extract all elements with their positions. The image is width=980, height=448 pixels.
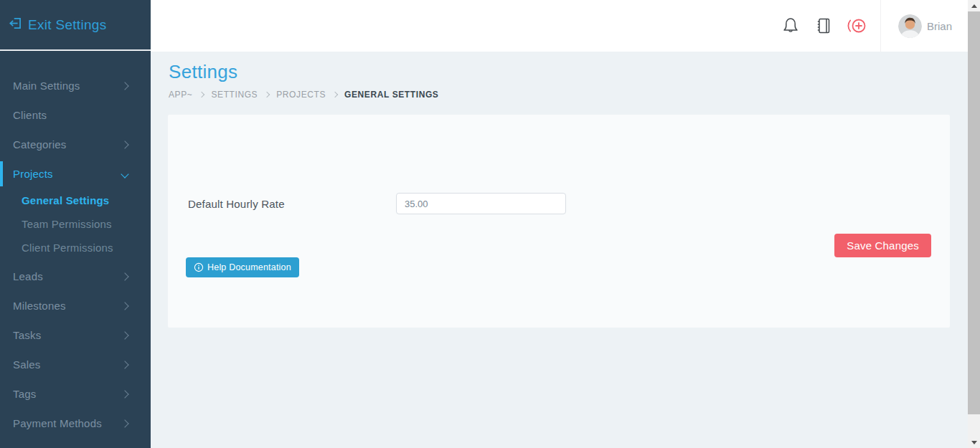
chevron-right-icon [121,272,128,280]
breadcrumb-current: GENERAL SETTINGS [344,90,438,100]
breadcrumb-settings[interactable]: SETTINGS [211,90,258,100]
breadcrumb-projects[interactable]: PROJECTS [276,90,326,100]
submenu-item-label: Team Permissions [22,218,112,230]
sidebar-item-leads[interactable]: Leads [0,262,151,291]
chevron-right-icon [121,361,128,368]
default-hourly-rate-input[interactable] [396,193,566,214]
exit-settings-label: Exit Settings [28,17,107,33]
breadcrumb-app[interactable]: APP~ [169,90,192,100]
scroll-up-button[interactable] [968,0,980,11]
submenu-item-team-permissions[interactable]: Team Permissions [0,212,151,236]
sidebar: Exit Settings Main Settings Clients Cate… [0,0,151,448]
topbar: Brian [151,0,968,52]
chevron-right-icon [121,82,128,90]
help-documentation-label: Help Documentation [207,262,291,272]
settings-card: Default Hourly Rate Save Changes Help Do… [168,115,950,328]
info-icon [194,262,204,272]
sidebar-item-label: Payment Methods [13,417,102,429]
notebook-icon[interactable] [813,15,834,37]
notifications-bell-icon[interactable] [780,15,801,37]
sidebar-item-sales[interactable]: Sales [0,350,151,379]
scrollbar-thumb[interactable] [968,11,980,414]
sidebar-item-label: Leads [13,270,43,282]
sidebar-item-payment-methods[interactable]: Payment Methods [0,409,151,438]
main-content: Settings APP~ SETTINGS PROJECTS GENERAL … [151,52,968,448]
submenu-item-general-settings[interactable]: General Settings [0,189,151,212]
scroll-down-button[interactable] [968,437,980,448]
chevron-right-icon [121,140,128,148]
breadcrumb: APP~ SETTINGS PROJECTS GENERAL SETTINGS [169,90,968,100]
sidebar-nav: Main Settings Clients Categories Project… [0,51,151,438]
exit-icon [8,16,23,34]
user-avatar[interactable] [898,14,922,38]
sidebar-item-label: Tasks [13,329,41,341]
sidebar-item-projects[interactable]: Projects [0,159,151,189]
vertical-scrollbar[interactable] [968,0,980,448]
sidebar-item-milestones[interactable]: Milestones [0,291,151,320]
quick-add-icon[interactable] [846,15,867,37]
breadcrumb-separator-icon [264,92,270,97]
sidebar-item-clients[interactable]: Clients [0,100,151,130]
sidebar-item-label: Tags [13,388,37,400]
chevron-right-icon [121,302,128,310]
sidebar-item-label: Projects [13,168,53,180]
sidebar-item-main-settings[interactable]: Main Settings [0,71,151,100]
sidebar-item-label: Milestones [13,300,66,312]
save-changes-button[interactable]: Save Changes [834,234,931,257]
chevron-right-icon [121,419,128,427]
exit-settings-button[interactable]: Exit Settings [0,0,151,51]
scroll-down-arrow-icon [971,441,977,444]
sidebar-item-categories[interactable]: Categories [0,130,151,159]
sidebar-item-tasks[interactable]: Tasks [0,320,151,350]
breadcrumb-separator-icon [332,92,338,97]
breadcrumb-separator-icon [199,92,204,97]
projects-submenu: General Settings Team Permissions Client… [0,189,151,259]
submenu-item-label: Client Permissions [22,242,113,254]
submenu-item-client-permissions[interactable]: Client Permissions [0,236,151,259]
chevron-down-icon [121,170,128,178]
default-hourly-rate-label: Default Hourly Rate [188,198,285,210]
scroll-up-arrow-icon [971,4,977,8]
sidebar-item-label: Clients [13,109,47,121]
chevron-right-icon [121,390,128,398]
sidebar-item-label: Categories [13,138,67,151]
help-documentation-button[interactable]: Help Documentation [186,257,299,277]
sidebar-item-label: Main Settings [13,80,80,92]
topbar-divider [880,0,881,52]
sidebar-item-tags[interactable]: Tags [0,379,151,409]
chevron-right-icon [121,331,128,339]
page-title: Settings [169,61,968,83]
submenu-item-label: General Settings [22,194,109,206]
sidebar-item-label: Sales [13,358,41,371]
user-name[interactable]: Brian [927,20,952,32]
